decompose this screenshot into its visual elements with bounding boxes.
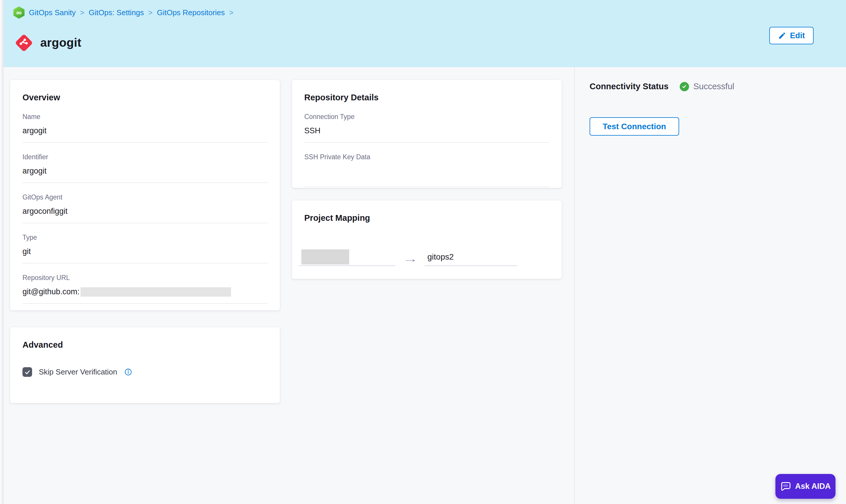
field-label: Repository URL xyxy=(22,274,268,282)
field-value: git@github.com: xyxy=(22,287,268,296)
field-label: Connection Type xyxy=(304,113,549,121)
mapping-source-field xyxy=(299,249,395,266)
field-name: Name argogit xyxy=(22,113,268,143)
edit-button-label: Edit xyxy=(790,31,805,40)
field-divider xyxy=(22,142,268,143)
git-repository-icon xyxy=(15,34,33,52)
overview-card-title: Overview xyxy=(22,93,268,102)
breadcrumb-separator: > xyxy=(80,8,84,17)
project-mapping-card: Project Mapping → gitops2 xyxy=(292,200,562,279)
field-value: SSH xyxy=(304,126,549,136)
ask-aida-button[interactable]: Ask AIDA xyxy=(775,474,835,499)
field-label: Type xyxy=(22,234,268,241)
project-mapping-card-title: Project Mapping xyxy=(304,213,549,223)
field-identifier: Identifier argogit xyxy=(22,153,268,183)
field-label: Identifier xyxy=(22,153,268,161)
connectivity-status-text: Successful xyxy=(694,82,734,91)
skip-server-verification-label: Skip Server Verification xyxy=(39,367,117,377)
repository-url-text: git@github.com: xyxy=(22,287,79,296)
field-divider xyxy=(22,223,268,223)
connectivity-status-badge: Successful xyxy=(680,82,734,91)
title-row: argogit xyxy=(15,28,82,58)
info-icon[interactable] xyxy=(125,368,132,376)
gitops-module-icon: ∞ xyxy=(14,6,24,19)
repository-details-card: Repository Details Connection Type SSH S… xyxy=(292,79,562,188)
field-divider xyxy=(304,142,549,143)
pencil-icon xyxy=(778,32,786,40)
redacted-repository-url xyxy=(80,287,231,296)
mapping-target-field: gitops2 xyxy=(425,252,517,266)
advanced-card-title: Advanced xyxy=(22,340,268,350)
field-repository-url: Repository URL git@github.com: xyxy=(22,274,268,304)
field-label: SSH Private Key Data xyxy=(304,153,549,161)
breadcrumb: ∞ GitOps Sanity > GitOps: Settings > Git… xyxy=(14,6,233,19)
overview-card: Overview Name argogit Identifier argogit… xyxy=(10,79,280,311)
field-value-empty xyxy=(304,166,549,187)
breadcrumb-separator: > xyxy=(148,8,152,17)
page-header: ∞ GitOps Sanity > GitOps: Settings > Git… xyxy=(0,0,846,67)
mapping-arrow-icon: → xyxy=(402,254,418,266)
field-type: Type git xyxy=(22,234,268,263)
connectivity-panel: Connectivity Status Successful Test Conn… xyxy=(574,67,846,504)
skip-server-verification-row: Skip Server Verification xyxy=(22,367,268,377)
skip-server-verification-checkbox[interactable] xyxy=(22,367,32,377)
edit-button[interactable]: Edit xyxy=(769,27,814,44)
page-title: argogit xyxy=(40,36,82,50)
check-icon xyxy=(24,369,31,375)
page-edge-strip xyxy=(0,0,3,504)
breadcrumb-separator: > xyxy=(229,8,234,17)
breadcrumb-item-gitops-settings[interactable]: GitOps: Settings xyxy=(89,8,144,17)
field-gitops-agent: GitOps Agent argoconfiggit xyxy=(22,193,268,223)
field-divider xyxy=(22,303,268,304)
connectivity-status-title: Connectivity Status xyxy=(590,82,669,91)
breadcrumb-item-gitops-sanity[interactable]: GitOps Sanity xyxy=(29,8,75,17)
success-check-icon xyxy=(680,82,689,91)
advanced-card: Advanced Skip Server Verification xyxy=(10,327,280,403)
field-value: argogit xyxy=(22,166,268,176)
redacted-mapping-source xyxy=(301,249,349,265)
gitops-repository-detail-page: ∞ GitOps Sanity > GitOps: Settings > Git… xyxy=(0,0,846,504)
ask-aida-label: Ask AIDA xyxy=(795,482,830,491)
test-connection-button[interactable]: Test Connection xyxy=(590,117,679,136)
breadcrumb-item-gitops-repositories[interactable]: GitOps Repositories xyxy=(157,8,225,17)
connectivity-status-row: Connectivity Status Successful xyxy=(590,82,734,91)
field-value: argogit xyxy=(22,126,268,136)
field-value: git xyxy=(22,247,268,256)
field-label: GitOps Agent xyxy=(22,193,268,201)
chat-bubble-icon xyxy=(780,481,791,492)
field-value: argoconfiggit xyxy=(22,206,268,216)
repository-details-card-title: Repository Details xyxy=(304,93,549,102)
field-label: Name xyxy=(22,113,268,121)
project-mapping-row: → gitops2 xyxy=(299,249,517,266)
field-ssh-private-key-data: SSH Private Key Data xyxy=(304,153,549,187)
field-connection-type: Connection Type SSH xyxy=(304,113,549,143)
